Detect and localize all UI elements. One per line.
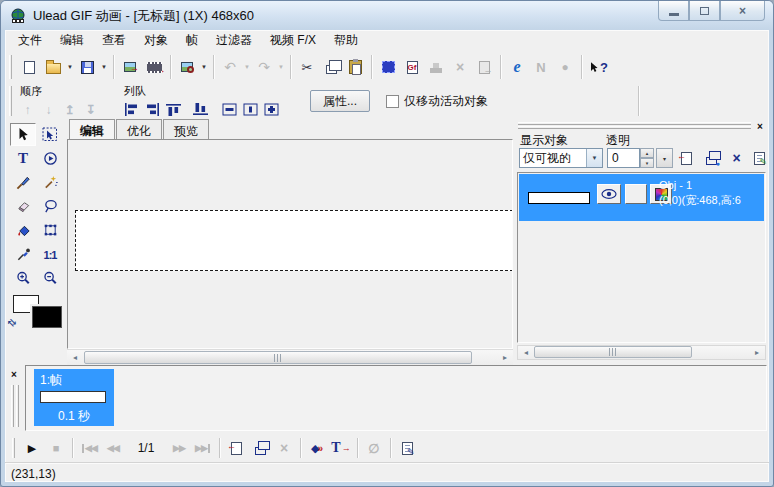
spin-up-button[interactable]: ▴ (640, 148, 654, 158)
redo-button[interactable]: ↷ (252, 55, 276, 79)
canvas-viewport[interactable] (67, 139, 513, 349)
transform-tool[interactable] (37, 123, 63, 146)
zoom-out-tool[interactable] (37, 267, 63, 290)
minimize-button[interactable] (658, 1, 689, 21)
move-down-button[interactable]: ↓ (38, 100, 59, 119)
redo-dropdown[interactable]: ▼ (276, 64, 286, 70)
save-button[interactable] (75, 55, 99, 79)
marquee-select-tool[interactable] (37, 219, 63, 242)
frame-panel-close-button[interactable]: × (8, 368, 20, 380)
preview-other-button[interactable]: ● (553, 55, 577, 79)
menu-object[interactable]: 对象 (135, 29, 177, 52)
align-top-button[interactable] (163, 100, 184, 119)
delete-frame-button[interactable]: × (272, 437, 296, 459)
spin-down-button[interactable]: ▾ (640, 158, 654, 168)
delete-object-button[interactable]: × (725, 148, 748, 168)
close-button[interactable]: × (720, 1, 765, 21)
paintbrush-tool[interactable] (10, 171, 36, 194)
stamp-button[interactable] (424, 55, 448, 79)
remove-transition-button[interactable]: ∅ (362, 437, 386, 459)
object-list[interactable]: Obj - 1 (0,0)(宽:468,高:6 (517, 172, 766, 343)
canvas-hscrollbar[interactable]: ◂ ▸ (67, 349, 513, 365)
align-right-button[interactable] (142, 100, 163, 119)
frame-panel-drag-handle[interactable] (11, 385, 14, 427)
tab-edit[interactable]: 编辑 (69, 119, 115, 139)
duplicate-frame-button[interactable] (248, 437, 272, 459)
toolbar-grip[interactable] (12, 438, 15, 458)
add-object-button[interactable]: → (675, 148, 698, 168)
save-dropdown[interactable]: ▼ (99, 64, 109, 70)
menu-edit[interactable]: 编辑 (51, 29, 93, 52)
scroll-left-arrow[interactable]: ◂ (67, 350, 83, 365)
scroll-thumb[interactable] (534, 346, 692, 358)
lasso-tool[interactable] (37, 195, 63, 218)
canvas[interactable] (75, 210, 513, 271)
add-frame-button[interactable]: → (224, 437, 248, 459)
paste-button[interactable] (343, 55, 367, 79)
center-both-button[interactable] (261, 100, 282, 119)
menu-view[interactable]: 查看 (93, 29, 135, 52)
copy-button[interactable] (319, 55, 343, 79)
previous-frame-button[interactable]: ◀◀ (101, 437, 125, 459)
optimize-wizard-button[interactable] (175, 55, 199, 79)
scroll-thumb[interactable] (84, 351, 472, 364)
gif-optimizer-button[interactable]: Gf (400, 55, 424, 79)
object-properties-button[interactable]: ✎ (748, 148, 771, 168)
restore-button[interactable] (689, 1, 720, 21)
scroll-right-arrow[interactable]: ▸ (749, 345, 765, 360)
pick-tool[interactable] (10, 123, 36, 146)
cut-button[interactable]: ✂ (295, 55, 319, 79)
duplicate-object-button[interactable]: ● (700, 148, 723, 168)
export-button[interactable]: → (472, 55, 496, 79)
eraser-tool[interactable] (10, 195, 36, 218)
object-panel-close-button[interactable]: × (754, 120, 766, 132)
menu-filters[interactable]: 过滤器 (207, 29, 261, 52)
menu-video-fx[interactable]: 视频 F/X (261, 29, 325, 52)
last-frame-button[interactable]: ▶▶ (191, 437, 215, 459)
align-bottom-button[interactable] (190, 100, 211, 119)
context-help-button[interactable]: ? (586, 55, 610, 79)
transparency-value[interactable]: 0 (607, 148, 640, 168)
move-to-bottom-button[interactable]: ↧ (80, 100, 101, 119)
visibility-filter-dropdown[interactable]: 仅可视的 ▼ (519, 148, 603, 168)
object-visibility-button[interactable] (597, 184, 621, 204)
frame-strip[interactable]: 1:帧 0.1 秒 (25, 365, 767, 431)
swap-colors-icon[interactable]: ⇄ (5, 316, 19, 330)
add-video-button[interactable]: → (142, 55, 166, 79)
split-button[interactable]: × (448, 55, 472, 79)
trim-canvas-button[interactable] (376, 55, 400, 79)
move-active-checkbox[interactable] (386, 95, 399, 108)
panel-drag-handle[interactable] (518, 121, 751, 130)
menu-frame[interactable]: 帧 (177, 29, 207, 52)
play-button[interactable]: ▶ (20, 437, 44, 459)
transparency-slider-button[interactable]: ▾ (656, 148, 673, 168)
undo-dropdown[interactable]: ▼ (242, 64, 252, 70)
new-button[interactable] (17, 55, 41, 79)
move-to-top-button[interactable]: ↥ (59, 100, 80, 119)
stop-button[interactable]: ■ (44, 437, 68, 459)
actual-size-tool[interactable]: 1:1 (37, 243, 63, 266)
menu-help[interactable]: 帮助 (325, 29, 367, 52)
object-row-selected[interactable]: Obj - 1 (0,0)(宽:468,高:6 (519, 174, 764, 221)
frame-properties-button[interactable]: ✎ (395, 437, 419, 459)
object-blank-button[interactable] (625, 184, 647, 204)
tab-preview[interactable]: 预览 (163, 119, 209, 139)
add-banner-text-button[interactable]: T→ (329, 437, 353, 459)
frame-item-selected[interactable]: 1:帧 0.1 秒 (34, 369, 114, 426)
text-tool[interactable]: T (10, 147, 36, 170)
tab-optimize[interactable]: 优化 (116, 119, 162, 139)
ellipse-tool[interactable] (37, 147, 63, 170)
add-transition-button[interactable]: ◆» (305, 437, 329, 459)
toolbar-grip[interactable] (9, 55, 12, 79)
menu-file[interactable]: 文件 (9, 29, 51, 52)
align-left-button[interactable] (121, 100, 142, 119)
scroll-right-arrow[interactable]: ▸ (497, 350, 513, 365)
properties-button[interactable]: 属性... (310, 90, 370, 112)
open-button[interactable] (41, 55, 65, 79)
add-image-button[interactable]: → (118, 55, 142, 79)
object-list-hscrollbar[interactable]: ◂ ▸ (517, 345, 766, 360)
toolbar-grip[interactable] (9, 86, 12, 116)
preview-in-netscape-button[interactable]: N (529, 55, 553, 79)
open-dropdown[interactable]: ▼ (65, 64, 75, 70)
dropdown-arrow-icon[interactable]: ▼ (586, 149, 602, 167)
